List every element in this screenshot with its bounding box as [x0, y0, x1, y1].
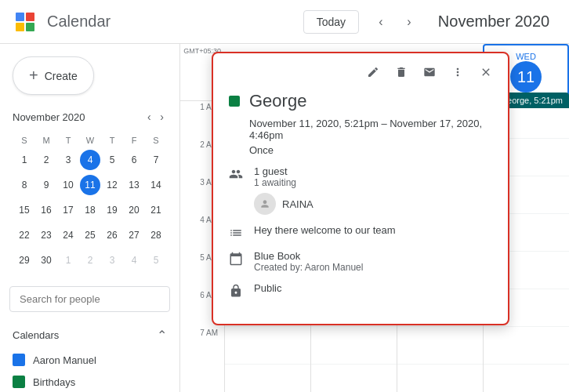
mini-cal-grid: S M T W T F S 12345678910111213141516171… — [13, 132, 168, 274]
mini-cal-day[interactable]: 4 — [124, 249, 144, 272]
calendar-sub: Created by: Aaron Manuel — [254, 262, 363, 273]
mini-cal-day[interactable]: 1 — [14, 148, 34, 172]
mini-cal-title: November 2020 — [13, 111, 85, 123]
mini-cal-day[interactable]: 4 — [80, 148, 100, 172]
lock-icon — [229, 283, 245, 299]
next-arrow[interactable]: › — [397, 9, 422, 34]
mini-cal-day[interactable]: 5 — [102, 148, 122, 172]
guests-label: 1 guest — [254, 165, 313, 177]
calendars-section-header[interactable]: Calendars ⌃ — [0, 321, 179, 349]
mini-cal-day[interactable]: 14 — [146, 173, 166, 197]
mini-cal-day[interactable]: 26 — [102, 223, 122, 247]
description-icon — [229, 225, 245, 241]
event-color-dot — [229, 96, 240, 107]
mini-cal-day[interactable]: 15 — [14, 198, 34, 222]
mini-cal-day[interactable]: 1 — [58, 249, 78, 272]
event-popup: George November 11, 2020, 5:21pm – Novem… — [212, 52, 509, 325]
calendar-icon — [229, 251, 245, 267]
popup-toolbar — [213, 53, 508, 88]
mini-cal-day[interactable]: 29 — [14, 249, 34, 272]
event-title: George — [249, 91, 306, 111]
guest-name: RAINA — [282, 198, 313, 210]
mini-cal-day[interactable]: 25 — [80, 223, 100, 247]
mini-cal-day[interactable]: 18 — [80, 198, 100, 222]
calendar-area: GMT+05:30 SUN 8 MON 9 TUE 10 WED 11 1 AM — [180, 44, 569, 392]
guests-row: 1 guest 1 awaiting RAINA — [229, 165, 492, 215]
mini-cal-day[interactable]: 3 — [102, 249, 122, 272]
dow-wed: W — [80, 134, 100, 147]
mini-cal-day[interactable]: 9 — [36, 173, 56, 197]
mini-cal-day[interactable]: 6 — [124, 148, 144, 172]
mini-cal-day[interactable]: 13 — [124, 173, 144, 197]
edit-button[interactable] — [361, 60, 386, 85]
search-people-container — [9, 286, 170, 312]
mini-calendar: November 2020 ‹ › S M T W T F S — [0, 107, 179, 286]
mini-cal-day[interactable]: 21 — [146, 198, 166, 222]
dow-sat: S — [146, 134, 166, 147]
mini-cal-day[interactable]: 7 — [146, 148, 166, 172]
mini-cal-day[interactable]: 2 — [80, 249, 100, 272]
calendar-item[interactable]: Birthdays — [0, 371, 179, 392]
mini-cal-day[interactable]: 16 — [36, 198, 56, 222]
dow-fri: F — [124, 134, 144, 147]
mini-cal-day[interactable]: 5 — [146, 249, 166, 272]
event-recurrence: Once — [229, 144, 492, 156]
today-button[interactable]: Today — [303, 10, 359, 34]
mini-cal-day[interactable]: 3 — [58, 148, 78, 172]
guest-avatar — [254, 193, 276, 215]
google-logo — [13, 9, 38, 34]
calendar-label: Blue Book — [254, 250, 363, 262]
calendars-label: Calendars — [13, 329, 59, 341]
calendars-list: Aaron ManuelBirthdaysBlue BookHigh Prior… — [0, 349, 179, 392]
time-7am: 7 AM — [180, 327, 224, 365]
mini-cal-day[interactable]: 28 — [146, 223, 166, 247]
dow-sun: S — [14, 134, 34, 147]
guests-icon — [229, 166, 245, 182]
mini-cal-header: November 2020 ‹ › — [13, 107, 167, 126]
email-button[interactable] — [417, 60, 442, 85]
dow-thu: T — [102, 134, 122, 147]
calendar-row: Blue Book Created by: Aaron Manuel — [229, 250, 492, 273]
create-label: Create — [45, 70, 78, 82]
calendar-color-dot — [13, 376, 25, 388]
more-button[interactable] — [445, 60, 470, 85]
delete-button[interactable] — [389, 60, 414, 85]
mini-cal-day[interactable]: 12 — [102, 173, 122, 197]
create-button[interactable]: + Create — [13, 56, 94, 95]
nav-arrows: ‹ › — [368, 9, 422, 34]
mini-cal-day[interactable]: 22 — [14, 223, 34, 247]
mini-cal-day[interactable]: 24 — [58, 223, 78, 247]
mini-cal-day[interactable]: 30 — [36, 249, 56, 272]
event-description: Hey there welcome to our team — [254, 224, 396, 236]
mini-cal-day[interactable]: 19 — [102, 198, 122, 222]
mini-cal-day[interactable]: 10 — [58, 173, 78, 197]
app-header: Calendar Today ‹ › November 2020 — [0, 0, 569, 44]
mini-cal-day[interactable]: 27 — [124, 223, 144, 247]
close-button[interactable] — [473, 60, 498, 85]
event-title-row: George — [229, 91, 492, 111]
popup-content: George November 11, 2020, 5:21pm – Novem… — [213, 88, 508, 324]
mini-cal-prev[interactable]: ‹ — [144, 107, 154, 126]
app-title: Calendar — [47, 13, 111, 31]
month-title: November 2020 — [431, 13, 556, 31]
main-layout: + Create November 2020 ‹ › S M T W — [0, 44, 569, 392]
mini-cal-next[interactable]: › — [157, 107, 167, 126]
mini-cal-day[interactable]: 17 — [58, 198, 78, 222]
wed-num: 11 — [510, 61, 542, 93]
search-input[interactable] — [9, 286, 170, 312]
mini-cal-day[interactable]: 11 — [80, 173, 100, 197]
dow-mon: M — [36, 134, 56, 147]
chevron-up-icon: ⌃ — [157, 328, 167, 343]
mini-cal-day[interactable]: 2 — [36, 148, 56, 172]
calendar-item-label: Aaron Manuel — [33, 354, 96, 366]
calendar-color-dot — [13, 354, 25, 366]
guests-sub: 1 awaiting — [254, 177, 313, 188]
description-row: Hey there welcome to our team — [229, 224, 492, 241]
mini-cal-day[interactable]: 23 — [36, 223, 56, 247]
mini-cal-day[interactable]: 8 — [14, 173, 34, 197]
prev-arrow[interactable]: ‹ — [368, 9, 393, 34]
event-time: November 11, 2020, 5:21pm – November 17,… — [229, 118, 492, 141]
mini-cal-day[interactable]: 20 — [124, 198, 144, 222]
calendar-item[interactable]: Aaron Manuel — [0, 349, 179, 371]
visibility-row: Public — [229, 282, 492, 299]
